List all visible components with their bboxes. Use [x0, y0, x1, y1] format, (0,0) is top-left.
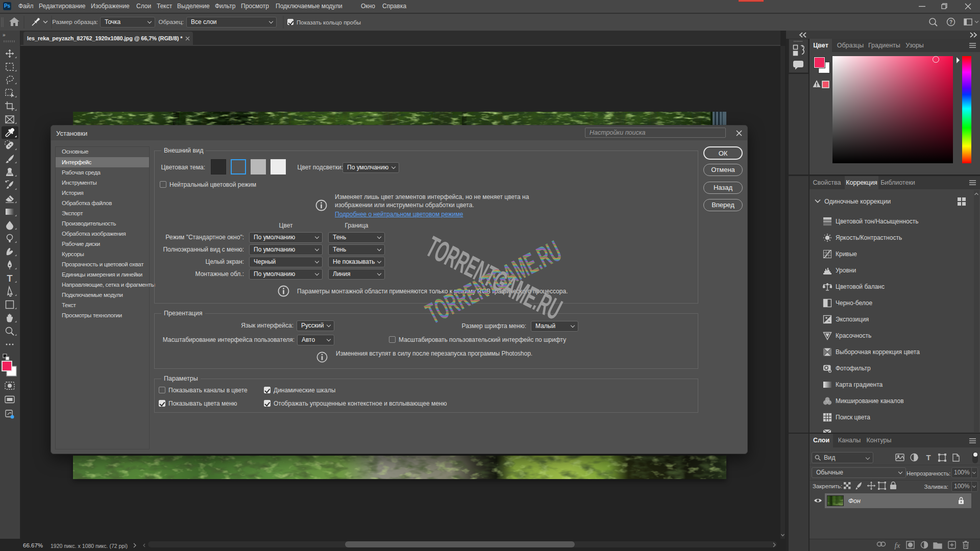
svg-text:T: T — [926, 453, 930, 462]
svg-text:?: ? — [949, 19, 952, 25]
svg-text:T: T — [7, 273, 13, 284]
svg-text:fx: fx — [895, 541, 900, 549]
